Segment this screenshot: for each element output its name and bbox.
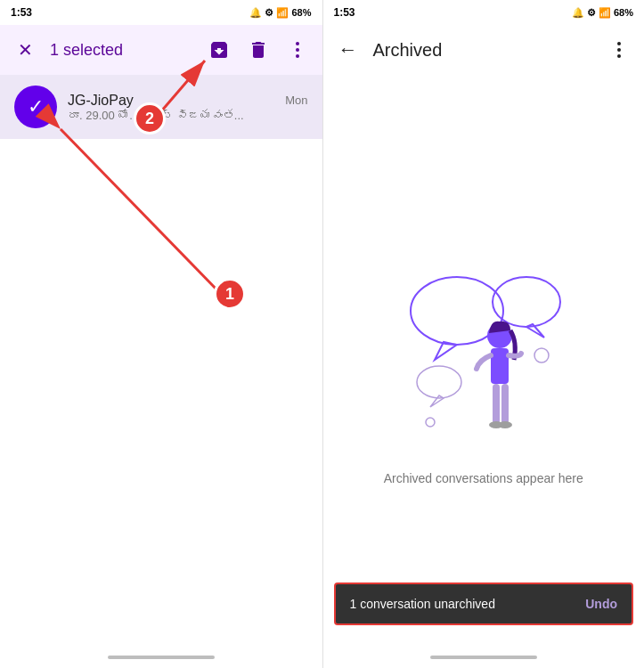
archived-toolbar: ← Archived (323, 25, 645, 75)
svg-point-12 (493, 277, 560, 327)
right-time: 1:53 (334, 6, 355, 19)
right-status-icons: 🔔 ⚙ 📶 68% (572, 7, 633, 19)
svg-marker-13 (526, 324, 544, 338)
svg-point-17 (426, 418, 435, 427)
toolbar-actions (201, 32, 315, 68)
svg-marker-11 (435, 342, 457, 360)
selected-count-label: 1 selected (50, 41, 194, 60)
more-options-button[interactable] (280, 32, 315, 68)
right-panel: 1:53 🔔 ⚙ 📶 68% ← Archived (323, 0, 645, 668)
empty-illustration (395, 257, 573, 453)
left-status-icons: 🔔 ⚙ 📶 68% (249, 7, 311, 19)
avatar: ✓ (14, 86, 57, 128)
right-home-bar (430, 656, 537, 659)
right-status-bar: 1:53 🔔 ⚙ 📶 68% (323, 0, 645, 25)
page-title: Archived (373, 40, 595, 61)
left-panel: 1:53 🔔 ⚙ 📶 68% ✕ 1 selected (0, 0, 322, 668)
snackbar-message: 1 conversation unarchived (350, 597, 495, 611)
archive-button[interactable] (201, 32, 237, 68)
conversation-name-row: JG-JioPay Mon (68, 93, 308, 109)
right-home-indicator (323, 647, 645, 668)
svg-point-7 (617, 42, 621, 45)
svg-rect-20 (493, 384, 500, 424)
close-button[interactable]: ✕ (7, 32, 43, 68)
svg-point-23 (498, 421, 512, 428)
svg-point-0 (296, 42, 299, 45)
undo-button[interactable]: Undo (585, 597, 617, 611)
svg-rect-21 (501, 384, 509, 424)
svg-point-16 (534, 348, 549, 363)
svg-point-14 (417, 366, 461, 398)
archived-more-button[interactable] (601, 32, 637, 68)
svg-point-2 (296, 54, 299, 58)
left-home-indicator (0, 647, 322, 668)
annotation-circle-1: 1 (214, 278, 246, 310)
conversation-time: Mon (285, 94, 307, 107)
delete-button[interactable] (240, 32, 276, 68)
svg-point-1 (296, 48, 299, 52)
conversation-item[interactable]: ✓ JG-JioPay Mon రూ. 29.00 యో...చార్ట్ వి… (0, 75, 322, 139)
back-button[interactable]: ← (330, 32, 366, 68)
left-home-bar (108, 656, 215, 659)
conversation-name: JG-JioPay (68, 93, 134, 109)
svg-rect-19 (491, 348, 509, 384)
left-time: 1:53 (11, 6, 32, 19)
conversation-preview: రూ. 29.00 యో...చార్ట్ విజయవంత... (68, 109, 246, 122)
left-status-bar: 1:53 🔔 ⚙ 📶 68% (0, 0, 322, 25)
empty-state-text: Archived conversations appear here (384, 471, 583, 485)
svg-point-8 (617, 48, 621, 52)
snackbar: 1 conversation unarchived Undo (334, 582, 634, 625)
selection-toolbar: ✕ 1 selected (0, 25, 322, 75)
svg-point-9 (617, 54, 621, 58)
svg-line-6 (61, 129, 221, 294)
conversation-info: JG-JioPay Mon రూ. 29.00 యో...చార్ట్ విజయ… (68, 93, 308, 122)
empty-state: Archived conversations appear here (323, 75, 645, 668)
